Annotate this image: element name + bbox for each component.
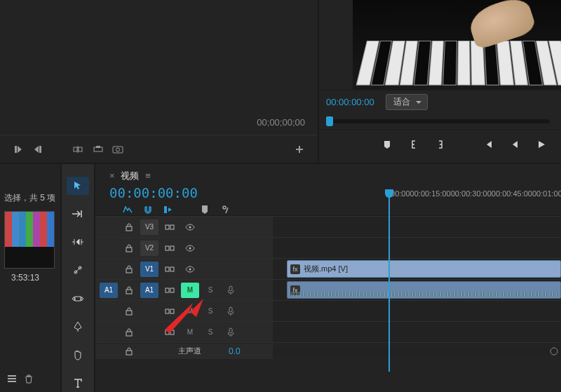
sync-lock-icon[interactable]: [161, 241, 179, 256]
hand-tool[interactable]: [67, 346, 89, 364]
source-controls: [0, 135, 318, 163]
clip-audio[interactable]: fx: [287, 281, 561, 299]
ruler-tick-label: 00:00:30:00: [451, 189, 492, 198]
mark-in-icon[interactable]: [8, 140, 28, 159]
source-patch-a1[interactable]: A1: [100, 283, 118, 298]
selection-tool[interactable]: [67, 177, 89, 195]
playhead[interactable]: [388, 189, 390, 372]
program-timecode[interactable]: 00:00:00:00: [326, 97, 374, 107]
svg-rect-21: [126, 290, 132, 294]
ripple-edit-tool[interactable]: [67, 233, 89, 251]
voiceover-icon[interactable]: [222, 304, 240, 319]
insert-icon[interactable]: [69, 140, 88, 159]
track-v1[interactable]: V1 fx视频.mp4 [V]: [95, 258, 561, 279]
ruler-tick-label: 00:01:00:00: [532, 189, 561, 198]
annotation-arrow: [161, 295, 210, 337]
svg-point-34: [550, 348, 557, 355]
lock-icon[interactable]: [120, 325, 138, 340]
play-icon[interactable]: [532, 135, 551, 154]
svg-rect-24: [229, 286, 232, 291]
track-v3[interactable]: V3: [95, 216, 561, 237]
goto-in-icon[interactable]: [478, 135, 498, 154]
trash-icon[interactable]: [24, 374, 34, 384]
ruler-tick-label: 00:00:45:00: [492, 189, 532, 198]
track-label[interactable]: V1: [140, 262, 158, 277]
source-timecode: 00;00;00;00: [257, 117, 305, 128]
plus-icon[interactable]: [290, 140, 309, 159]
eye-icon[interactable]: [181, 241, 199, 256]
sequence-tab-label: 视频: [121, 170, 139, 181]
svg-point-16: [189, 247, 191, 249]
track-label[interactable]: V3: [140, 219, 158, 235]
sync-lock-icon[interactable]: [161, 219, 179, 235]
eye-icon[interactable]: [181, 219, 199, 235]
clip-label: 视频.mp4 [V]: [304, 264, 348, 274]
project-selection-count: 选择，共 5 项: [4, 192, 56, 204]
settings-icon[interactable]: [219, 205, 229, 215]
camera-icon[interactable]: [108, 140, 128, 159]
program-scrubber[interactable]: [327, 119, 550, 123]
linked-selection-icon[interactable]: [163, 205, 173, 215]
marker-add-icon[interactable]: [201, 205, 209, 215]
clip-video[interactable]: fx视频.mp4 [V]: [287, 260, 561, 278]
snap-icon[interactable]: [143, 205, 153, 215]
in-bracket-icon[interactable]: [404, 135, 424, 154]
ruler-tick-label: 00:00:15:00: [410, 189, 451, 198]
lock-icon[interactable]: [120, 262, 138, 277]
panel-menu-icon[interactable]: ≡: [143, 170, 151, 181]
svg-rect-17: [126, 269, 132, 273]
svg-rect-14: [165, 246, 169, 250]
project-clip-thumb[interactable]: [4, 211, 55, 269]
program-preview[interactable]: [319, 0, 561, 90]
zoom-fit-label: 适合: [393, 97, 410, 107]
svg-rect-11: [170, 225, 174, 229]
master-track[interactable]: 主声道 0.0: [95, 342, 561, 359]
master-level[interactable]: 0.0: [229, 346, 241, 356]
overwrite-icon[interactable]: [88, 140, 108, 159]
svg-rect-4: [113, 147, 123, 153]
lock-icon[interactable]: [120, 304, 138, 319]
track-v2[interactable]: V2: [95, 237, 561, 258]
voiceover-icon[interactable]: [222, 283, 240, 298]
svg-rect-22: [165, 288, 169, 292]
program-scrub-handle[interactable]: [326, 116, 333, 126]
track-label[interactable]: V2: [140, 241, 158, 256]
voiceover-icon[interactable]: [222, 325, 240, 340]
timeline-ruler[interactable]: :00:00 00:00:15:00 00:00:30:00 00:00:45:…: [388, 189, 561, 216]
lock-icon[interactable]: [120, 344, 138, 359]
slip-tool[interactable]: [67, 290, 89, 308]
type-tool[interactable]: [67, 374, 89, 392]
project-panel: 选择，共 5 项 3:53:13: [0, 164, 62, 392]
svg-rect-23: [170, 288, 174, 292]
marker-icon[interactable]: [377, 135, 397, 154]
expand-icon[interactable]: [550, 347, 558, 356]
track-select-tool[interactable]: [67, 205, 89, 223]
out-bracket-icon[interactable]: [431, 135, 450, 154]
svg-rect-29: [126, 332, 132, 336]
lock-icon[interactable]: [120, 241, 138, 256]
svg-rect-33: [126, 351, 132, 355]
svg-rect-25: [126, 311, 132, 315]
sync-lock-icon[interactable]: [161, 262, 179, 277]
step-back-icon[interactable]: [505, 135, 525, 154]
pen-tool[interactable]: [67, 318, 89, 336]
razor-tool[interactable]: [67, 261, 89, 279]
lock-icon[interactable]: [120, 219, 138, 235]
zoom-fit-dropdown[interactable]: 适合: [386, 94, 428, 110]
nest-icon[interactable]: [122, 205, 133, 215]
master-label: 主声道: [178, 346, 201, 356]
eye-icon[interactable]: [181, 262, 199, 277]
fx-badge[interactable]: fx: [290, 264, 300, 274]
lock-icon[interactable]: [120, 283, 138, 298]
svg-rect-6: [8, 375, 16, 377]
track-label[interactable]: A1: [140, 283, 158, 298]
svg-rect-1: [79, 147, 82, 151]
svg-rect-3: [96, 146, 100, 148]
sequence-tab[interactable]: ×视频 ≡: [109, 170, 550, 182]
list-view-icon[interactable]: [7, 374, 17, 384]
svg-point-5: [116, 148, 120, 151]
program-transport: [319, 129, 561, 158]
program-monitor-panel: 00:00:00:00 适合: [319, 0, 561, 163]
close-icon[interactable]: ×: [109, 170, 115, 181]
mark-out-icon[interactable]: [28, 140, 48, 159]
